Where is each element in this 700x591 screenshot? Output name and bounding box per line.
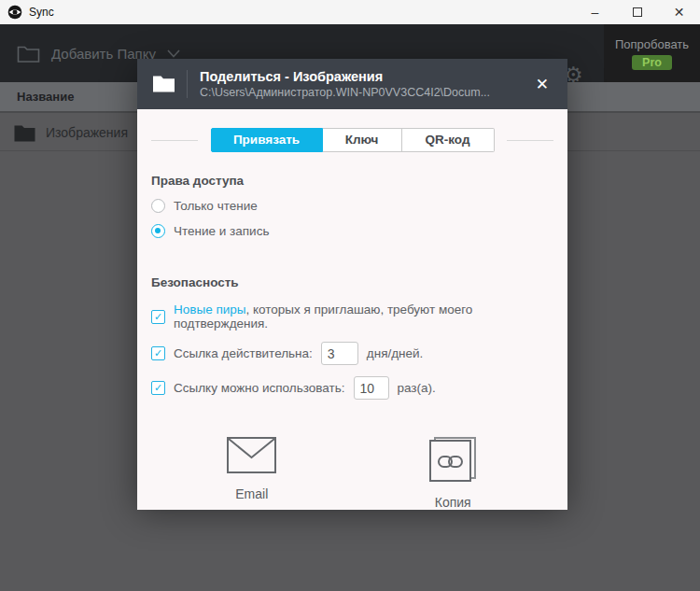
uses-count-suffix: раз(а). <box>398 381 436 395</box>
read-only-label: Только чтение <box>174 199 258 213</box>
checkmark-icon: ✓ <box>154 382 162 393</box>
link-expiry-label: Ссылка действительна: <box>174 346 313 360</box>
close-button[interactable]: ✕ <box>658 0 700 24</box>
share-actions: Email Копия <box>151 437 553 510</box>
tab-key[interactable]: Ключ <box>323 128 402 152</box>
tab-qr-code[interactable]: QR-код <box>402 128 495 152</box>
radio-selected-icon[interactable] <box>151 224 165 238</box>
expiry-days-input[interactable] <box>321 342 358 365</box>
share-dialog-header: Поделиться - Изображения C:\Users\Админи… <box>137 59 567 109</box>
copy-link-button[interactable]: Копия <box>353 437 554 510</box>
tabs: Привязать Ключ QR-код <box>211 128 495 152</box>
copy-label: Копия <box>435 495 471 510</box>
close-icon: ✕ <box>674 5 685 20</box>
new-peers-link[interactable]: Новые пиры <box>174 303 245 317</box>
minimize-button[interactable]: – <box>574 0 616 24</box>
folder-icon <box>152 75 175 93</box>
approval-row: ✓ Новые пиры, которых я приглашаю, требу… <box>151 303 553 331</box>
tab-divider-line <box>151 140 198 141</box>
link-expiry-checkbox[interactable]: ✓ <box>151 346 165 360</box>
try-pro-label: Попробовать <box>615 37 689 51</box>
tab-divider-line <box>507 140 553 141</box>
tab-link[interactable]: Привязать <box>211 128 323 152</box>
checkmark-icon: ✓ <box>154 347 162 359</box>
pro-badge: Pro <box>632 55 672 70</box>
email-envelope-icon <box>227 437 276 473</box>
copy-link-icon <box>429 437 476 482</box>
tabs-row: Привязать Ключ QR-код <box>151 128 553 152</box>
email-label: Email <box>235 486 268 501</box>
link-uses-checkbox[interactable]: ✓ <box>151 381 165 395</box>
dialog-title: Поделиться - Изображения <box>200 69 490 84</box>
folder-name: Изображения <box>46 125 128 140</box>
minimize-icon: – <box>592 5 599 20</box>
header-divider <box>187 70 188 98</box>
share-dialog-body: Привязать Ключ QR-код Права доступа Толь… <box>137 109 567 510</box>
chevron-down-icon <box>167 49 180 58</box>
link-uses-row: ✓ Ссылку можно использовать: раз(а). <box>151 376 553 400</box>
expiry-days-suffix: дня/дней. <box>367 346 424 360</box>
link-uses-label: Ссылку можно использовать: <box>174 381 345 395</box>
folder-icon <box>14 124 35 142</box>
maximize-button[interactable] <box>616 0 658 24</box>
read-write-option[interactable]: Чтение и запись <box>151 224 553 238</box>
radio-unselected-icon[interactable] <box>151 199 165 213</box>
window-controls: – ✕ <box>574 0 700 24</box>
link-expiry-row: ✓ Ссылка действительна: дня/дней. <box>151 342 553 365</box>
add-folder-icon <box>17 44 40 63</box>
access-rights-heading: Права доступа <box>151 174 553 188</box>
try-pro-button[interactable]: Попробовать Pro <box>604 24 700 82</box>
read-write-label: Чтение и запись <box>174 224 269 238</box>
sync-logo-icon <box>7 5 22 20</box>
dialog-close-icon[interactable]: ✕ <box>532 73 553 96</box>
checkmark-icon: ✓ <box>154 311 162 322</box>
uses-count-input[interactable] <box>354 376 389 400</box>
approval-checkbox[interactable]: ✓ <box>151 310 165 324</box>
app-window: Sync – ✕ Добавить Папку <box>0 0 700 591</box>
folder-path: C:\Users\Администратор.WIN-NP0VV3CC4I2\D… <box>200 86 490 99</box>
name-column-header[interactable]: Название <box>17 90 74 104</box>
read-only-option[interactable]: Только чтение <box>151 199 553 213</box>
share-dialog: Поделиться - Изображения C:\Users\Админи… <box>137 59 567 502</box>
approval-text: Новые пиры, которых я приглашаю, требуют… <box>174 303 553 331</box>
security-heading: Безопасность <box>151 275 553 289</box>
email-button[interactable]: Email <box>151 437 353 510</box>
titlebar: Sync – ✕ <box>0 0 700 24</box>
maximize-icon <box>633 7 642 17</box>
window-title: Sync <box>29 6 54 19</box>
